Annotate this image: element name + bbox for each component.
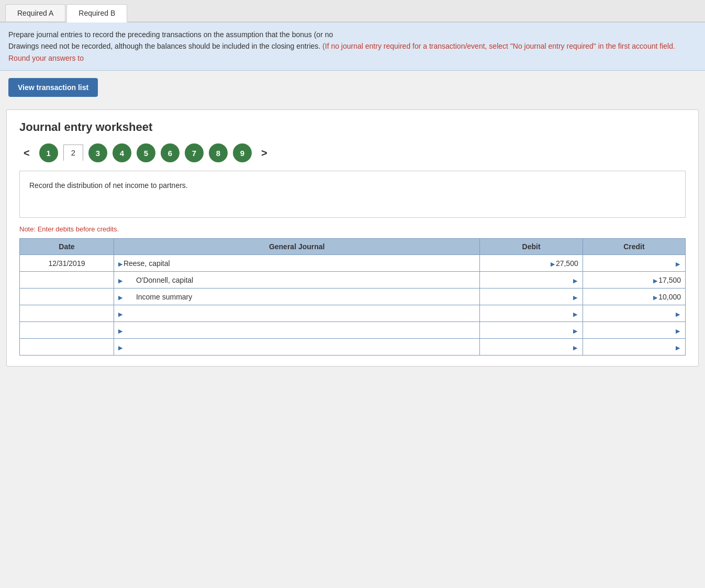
journal-table: Date General Journal Debit Credit 12/31/… <box>19 238 686 356</box>
step-5[interactable]: 5 <box>137 143 155 162</box>
table-header-row: Date General Journal Debit Credit <box>20 239 686 255</box>
worksheet-container: Journal entry worksheet < 1 2 3 4 5 6 7 … <box>6 109 699 367</box>
cell-credit-1[interactable]: ▶17,500 <box>583 272 685 289</box>
cell-account-0[interactable]: ▶Reese, capital <box>114 255 480 272</box>
debit-arrow-icon-4: ▶ <box>573 328 577 334</box>
cell-arrow-icon-5: ▶ <box>118 345 122 351</box>
instruction-box: Prepare journal entries to record the pr… <box>0 23 705 71</box>
table-row: 12/31/2019▶Reese, capital▶27,500▶ <box>20 255 686 272</box>
debit-arrow-icon-1: ▶ <box>573 278 577 284</box>
cell-account-indented-2: Income summary <box>124 293 192 301</box>
instruction-main-text2: Drawings need not be recorded, although … <box>8 42 320 50</box>
header-debit: Debit <box>480 239 583 255</box>
step-1[interactable]: 1 <box>39 143 58 162</box>
step-7[interactable]: 7 <box>185 143 204 162</box>
cell-account-5[interactable]: ▶ <box>114 339 480 356</box>
step-6[interactable]: 6 <box>161 143 180 162</box>
cell-credit-5[interactable]: ▶ <box>583 339 685 356</box>
cell-credit-2[interactable]: ▶10,000 <box>583 289 685 305</box>
table-row: ▶▶▶ <box>20 305 686 322</box>
cell-date-4[interactable] <box>20 322 114 339</box>
table-row: ▶Income summary▶▶10,000 <box>20 289 686 305</box>
table-row: ▶▶▶ <box>20 339 686 356</box>
cell-credit-4[interactable]: ▶ <box>583 322 685 339</box>
cell-debit-3[interactable]: ▶ <box>480 305 583 322</box>
cell-account-2[interactable]: ▶Income summary <box>114 289 480 305</box>
cell-account-4[interactable]: ▶ <box>114 322 480 339</box>
step-current[interactable]: 2 <box>63 145 83 161</box>
tabs-bar: Required A Required B <box>0 0 705 23</box>
table-row: ▶▶▶ <box>20 322 686 339</box>
cell-debit-0[interactable]: ▶27,500 <box>480 255 583 272</box>
cell-date-2[interactable] <box>20 289 114 305</box>
credit-arrow-icon-0: ▶ <box>676 261 680 267</box>
credit-arrow-icon-3: ▶ <box>676 311 680 317</box>
tab-required-b[interactable]: Required B <box>66 4 127 23</box>
view-transaction-button[interactable]: View transaction list <box>8 78 98 97</box>
cell-account-1[interactable]: ▶O'Donnell, capital <box>114 272 480 289</box>
step-nav: < 1 2 3 4 5 6 7 8 9 > <box>19 143 686 162</box>
step-8[interactable]: 8 <box>209 143 228 162</box>
step-4[interactable]: 4 <box>113 143 131 162</box>
cell-arrow-icon-0: ▶ <box>118 261 122 267</box>
cell-credit-0[interactable]: ▶ <box>583 255 685 272</box>
cell-date-0[interactable]: 12/31/2019 <box>20 255 114 272</box>
step-9[interactable]: 9 <box>233 143 252 162</box>
description-text: Record the distribution of net income to… <box>29 181 188 190</box>
cell-account-text-0: Reese, capital <box>124 259 170 268</box>
cell-arrow-icon-1: ▶ <box>118 278 122 284</box>
cell-account-indented-1: O'Donnell, capital <box>124 276 193 284</box>
description-box: Record the distribution of net income to… <box>19 171 686 218</box>
cell-arrow-icon-4: ▶ <box>118 328 122 334</box>
cell-debit-1[interactable]: ▶ <box>480 272 583 289</box>
worksheet-title: Journal entry worksheet <box>19 120 686 134</box>
cell-debit-2[interactable]: ▶ <box>480 289 583 305</box>
table-row: ▶O'Donnell, capital▶▶17,500 <box>20 272 686 289</box>
instruction-main-text: Prepare journal entries to record the pr… <box>8 30 333 39</box>
cell-date-5[interactable] <box>20 339 114 356</box>
credit-arrow-icon-5: ▶ <box>676 345 680 351</box>
prev-arrow[interactable]: < <box>19 145 34 161</box>
debit-arrow-icon-2: ▶ <box>573 294 577 301</box>
header-date: Date <box>20 239 114 255</box>
cell-date-3[interactable] <box>20 305 114 322</box>
cell-credit-3[interactable]: ▶ <box>583 305 685 322</box>
debit-arrow-icon-0: ▶ <box>551 261 555 267</box>
step-3[interactable]: 3 <box>88 143 107 162</box>
cell-date-1[interactable] <box>20 272 114 289</box>
credit-arrow-icon-4: ▶ <box>676 328 680 334</box>
cell-debit-5[interactable]: ▶ <box>480 339 583 356</box>
cell-account-3[interactable]: ▶ <box>114 305 480 322</box>
debit-arrow-icon-5: ▶ <box>573 345 577 351</box>
note-text: Note: Enter debits before credits. <box>19 225 686 233</box>
credit-arrow-icon-1: ▶ <box>653 278 657 284</box>
next-arrow[interactable]: > <box>257 145 272 161</box>
header-credit: Credit <box>583 239 685 255</box>
credit-arrow-icon-2: ▶ <box>653 294 657 301</box>
cell-debit-4[interactable]: ▶ <box>480 322 583 339</box>
debit-arrow-icon-3: ▶ <box>573 311 577 317</box>
header-general-journal: General Journal <box>114 239 480 255</box>
cell-arrow-icon-2: ▶ <box>118 294 122 301</box>
tab-required-a[interactable]: Required A <box>5 4 65 21</box>
cell-arrow-icon-3: ▶ <box>118 311 122 317</box>
